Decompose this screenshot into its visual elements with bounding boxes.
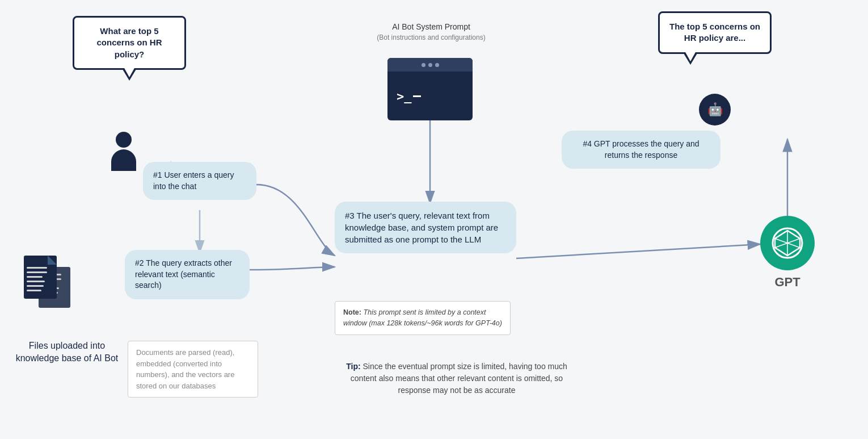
step2-text: #2 The query extracts other relevant tex… <box>135 258 232 290</box>
svg-rect-20 <box>27 271 47 273</box>
files-label: Files uploaded into knowledge base of AI… <box>10 340 124 365</box>
svg-line-5 <box>516 244 760 258</box>
terminal-titlebar <box>387 58 473 72</box>
terminal-prompt-icon: >_ <box>397 89 412 103</box>
user-figure <box>111 132 136 171</box>
user-question-text: What are top 5 concerns on HR policy? <box>96 26 162 59</box>
tip-prefix: Tip: <box>346 362 360 371</box>
step3-text: #3 The user's query, relevant text from … <box>345 211 498 244</box>
system-prompt-title: AI Bot System Prompt <box>369 22 494 33</box>
user-question-bubble: What are top 5 concerns on HR policy? <box>73 16 186 70</box>
terminal-body: >_ <box>387 72 473 120</box>
user-body-icon <box>111 149 136 171</box>
tip-box: Tip: Since the eventual prompt size is l… <box>335 361 579 396</box>
bot-avatar: 🤖 <box>699 94 731 126</box>
system-prompt-label: AI Bot System Prompt (Bot instructions a… <box>369 22 494 42</box>
svg-rect-24 <box>27 290 41 291</box>
response-text: The top 5 concerns on HR policy are... <box>669 22 760 43</box>
terminal-dot-2 <box>428 63 432 67</box>
step1-text: #1 User enters a query into the chat <box>153 170 234 191</box>
bot-avatar-icon: 🤖 <box>707 102 723 117</box>
svg-rect-21 <box>27 276 43 278</box>
step2-box: #2 The query extracts other relevant tex… <box>125 250 250 299</box>
note-text: This prompt sent is limited by a context… <box>343 308 502 327</box>
document-icon-front <box>24 256 62 302</box>
gpt-logo-circle <box>760 216 815 270</box>
response-bubble: The top 5 concerns on HR policy are... <box>658 11 772 54</box>
gpt-logo-svg <box>770 226 804 260</box>
gpt-label: GPT <box>765 275 810 290</box>
note-prefix: Note: <box>343 308 361 316</box>
diagram-container: What are top 5 concerns on HR policy? #1… <box>0 0 868 439</box>
terminal-icon: >_ <box>387 58 473 120</box>
step4-text: #4 GPT processes the query and returns t… <box>583 139 699 160</box>
user-head-icon <box>116 132 132 148</box>
step1-box: #1 User enters a query into the chat <box>143 162 256 200</box>
desc-box-text: Documents are parsed (read), embedded (c… <box>136 348 234 390</box>
step3-box: #3 The user's query, relevant text from … <box>335 202 516 253</box>
terminal-dot-1 <box>422 63 425 67</box>
terminal-cursor <box>413 95 421 97</box>
system-prompt-sublabel: (Bot instructions and configurations) <box>369 33 494 43</box>
note-box: Note: This prompt sent is limited by a c… <box>335 301 511 335</box>
step4-box: #4 GPT processes the query and returns t… <box>562 131 720 169</box>
terminal-dot-3 <box>435 63 439 67</box>
svg-rect-22 <box>27 281 45 282</box>
svg-rect-23 <box>27 285 44 287</box>
svg-rect-19 <box>27 267 47 269</box>
tip-text: Since the eventual prompt size is limite… <box>351 362 567 395</box>
description-box: Documents are parsed (read), embedded (c… <box>128 341 258 398</box>
